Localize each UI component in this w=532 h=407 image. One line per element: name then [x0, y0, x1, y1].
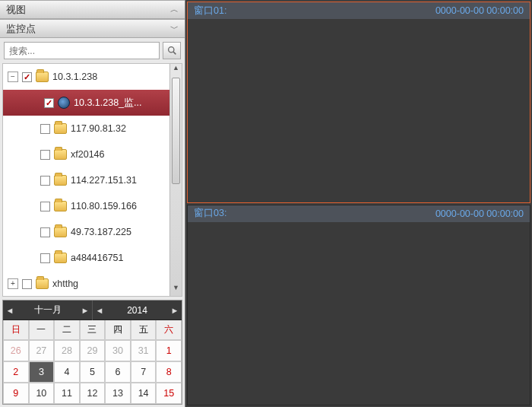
scroll-down-icon[interactable]: ▼ [170, 284, 182, 296]
calendar-dow-row: 日一二三四五六 [3, 320, 182, 340]
tree-label: 49.73.187.225 [71, 227, 131, 237]
calendar-day[interactable]: 28 [54, 340, 80, 361]
calendar-day[interactable]: 10 [29, 383, 55, 404]
folder-icon [54, 227, 67, 237]
tree-label: 114.227.151.31 [71, 175, 137, 186]
calendar-day[interactable]: 26 [3, 340, 29, 361]
checkbox[interactable] [40, 124, 50, 134]
calendar-day[interactable]: 6 [105, 361, 131, 383]
svg-line-1 [173, 52, 176, 54]
tree-item[interactable]: 110.80.159.166 [3, 193, 182, 219]
calendar-day[interactable]: 29 [80, 340, 106, 361]
tree-item[interactable]: 114.227.151.31 [3, 167, 182, 193]
tree-camera-selected[interactable]: 10.3.1.238_监... [3, 90, 182, 116]
calendar-day[interactable]: 14 [131, 383, 157, 404]
checkbox[interactable] [22, 279, 32, 289]
calendar-dow: 四 [105, 320, 131, 340]
checkbox[interactable] [40, 150, 50, 160]
chevron-up-icon: ︿ [170, 4, 179, 15]
calendar-day[interactable]: 7 [131, 361, 157, 383]
calendar-dow: 二 [54, 320, 80, 340]
calendar-dow: 一 [29, 320, 55, 340]
calendar-day[interactable]: 13 [105, 383, 131, 404]
folder-icon [54, 149, 67, 160]
search-icon [167, 46, 177, 56]
expand-icon[interactable]: + [8, 278, 18, 289]
chevron-down-icon: ﹀ [170, 23, 179, 34]
svg-point-0 [168, 47, 173, 52]
checkbox[interactable] [40, 202, 50, 211]
tree-label: xhtthg [52, 278, 78, 289]
calendar-day[interactable]: 11 [54, 383, 80, 404]
prev-year-button[interactable]: ◄ [93, 306, 106, 315]
video-pane-2[interactable]: 窗口03: 0000-00-00 00:00:00 [187, 205, 530, 406]
calendar-days: 262728293031123456789101112131415 [3, 340, 182, 404]
folder-icon [54, 253, 67, 263]
search-row [0, 38, 185, 63]
folder-icon [36, 72, 49, 82]
calendar-day[interactable]: 5 [80, 361, 106, 383]
calendar-day[interactable]: 12 [80, 383, 106, 404]
search-button[interactable] [163, 42, 181, 59]
calendar-month: 十一月 [17, 304, 78, 316]
calendar-dow: 三 [80, 320, 106, 340]
tree-label: xf20146 [71, 149, 104, 160]
video-pane-title: 窗口01: [194, 5, 226, 17]
calendar-day[interactable]: 9 [3, 383, 29, 404]
tree-label: a484416751 [71, 253, 124, 263]
folder-icon [54, 201, 67, 211]
collapse-icon[interactable]: − [8, 72, 18, 82]
tree-item[interactable]: 49.73.187.225 [3, 219, 182, 245]
calendar-dow: 五 [131, 320, 157, 340]
calendar-day[interactable]: 4 [54, 361, 80, 383]
sidebar: 视图 ︿ 监控点 ﹀ − 10.3.1.238 [0, 0, 185, 407]
camera-icon [58, 97, 70, 109]
calendar-day[interactable]: 8 [156, 361, 182, 383]
video-area: 窗口01: 0000-00-00 00:00:00 窗口03: 0000-00-… [185, 0, 532, 407]
monitor-panel-header[interactable]: 监控点 ﹀ [0, 19, 185, 38]
next-month-button[interactable]: ► [78, 306, 92, 315]
calendar-day[interactable]: 15 [156, 383, 182, 404]
tree-label: 110.80.159.166 [71, 201, 137, 211]
calendar: ◄ 十一月 ► ◄ 2014 ► 日一二三四五六 262728293031123… [2, 300, 182, 405]
checkbox[interactable] [40, 227, 50, 237]
tree-label: 10.3.1.238 [52, 72, 97, 82]
video-pane-bar: 窗口01: 0000-00-00 00:00:00 [188, 2, 530, 19]
scrollbar-thumb[interactable] [172, 78, 180, 184]
views-panel-header[interactable]: 视图 ︿ [0, 0, 185, 19]
checkbox[interactable] [40, 253, 50, 263]
tree-label: 117.90.81.32 [71, 123, 126, 134]
video-pane-title: 窗口03: [194, 207, 226, 220]
video-pane-timestamp: 0000-00-00 00:00:00 [435, 208, 524, 219]
tree-item[interactable]: xf20146 [3, 141, 182, 167]
views-panel-title: 视图 [6, 3, 26, 17]
video-pane-timestamp: 0000-00-00 00:00:00 [435, 5, 524, 16]
checkbox[interactable] [22, 72, 32, 82]
calendar-dow: 六 [156, 320, 182, 340]
tree-root[interactable]: − 10.3.1.238 [3, 64, 182, 90]
calendar-day[interactable]: 31 [131, 340, 157, 361]
folder-icon [54, 175, 67, 186]
calendar-day[interactable]: 2 [3, 361, 29, 383]
prev-month-button[interactable]: ◄ [3, 306, 17, 315]
device-tree: − 10.3.1.238 10.3.1.238_监... 117.90.81.3… [2, 63, 182, 297]
calendar-year: 2014 [106, 305, 168, 316]
next-year-button[interactable]: ► [168, 306, 182, 315]
folder-icon [54, 123, 67, 134]
search-input[interactable] [4, 42, 160, 59]
scrollbar[interactable]: ▲ ▼ [169, 64, 182, 296]
video-pane-1[interactable]: 窗口01: 0000-00-00 00:00:00 [187, 2, 530, 203]
checkbox[interactable] [40, 176, 50, 186]
calendar-day[interactable]: 1 [156, 340, 182, 361]
calendar-day[interactable]: 30 [105, 340, 131, 361]
tree-item[interactable]: 117.90.81.32 [3, 116, 182, 141]
monitor-panel-title: 监控点 [6, 22, 36, 36]
checkbox[interactable] [44, 98, 54, 108]
calendar-dow: 日 [3, 320, 29, 340]
calendar-day[interactable]: 27 [29, 340, 55, 361]
tree-item[interactable]: a484416751 [3, 245, 182, 271]
calendar-day[interactable]: 3 [29, 361, 55, 383]
calendar-header: ◄ 十一月 ► ◄ 2014 ► [3, 300, 182, 320]
scroll-up-icon[interactable]: ▲ [170, 64, 182, 76]
tree-item[interactable]: + xhtthg [3, 271, 182, 296]
